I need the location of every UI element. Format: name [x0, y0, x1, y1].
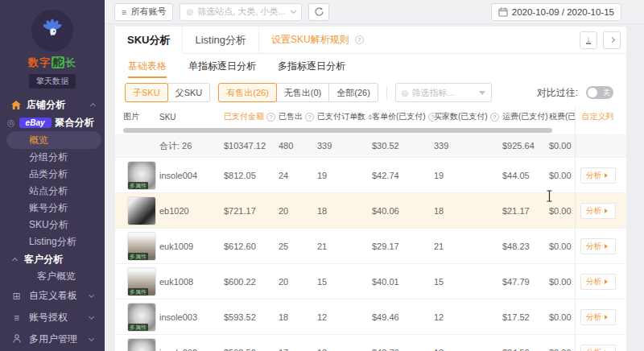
info-icon[interactable]: ? — [266, 113, 275, 122]
sidebar-item-account-authorization[interactable]: ≡ 账号授权 — [0, 307, 105, 328]
column-header-3[interactable]: 已支付金额? — [224, 111, 279, 122]
brand-part-2: 舵 — [52, 56, 64, 68]
table-cell: 21 — [434, 242, 502, 251]
column-header-4[interactable]: 已售出? — [279, 111, 317, 122]
horizontal-scrollbar[interactable] — [123, 128, 552, 133]
analyze-button[interactable]: 分析 — [580, 345, 616, 351]
analyze-button[interactable]: 分析 — [580, 203, 616, 219]
globe-icon: ◎ — [186, 7, 193, 16]
brand-subtitle-badge: 擎天数据 — [29, 74, 76, 89]
all-accounts-button[interactable]: ≡ 所有账号 — [114, 3, 173, 21]
sidebar-item-listing-analysis[interactable]: Listing分析 — [0, 233, 105, 250]
tab-listing-analysis[interactable]: Listing分析 — [183, 27, 259, 53]
refresh-button[interactable] — [308, 3, 329, 21]
caret-right-icon — [605, 209, 610, 213]
target-icon: ◎ — [7, 118, 15, 128]
table-cell: $24.50 — [502, 348, 549, 351]
table-cell: $0.00 — [549, 348, 575, 351]
analyze-label: 分析 — [586, 347, 602, 351]
subtab-multi-metric-daily[interactable]: 多指标逐日分析 — [278, 54, 345, 78]
image-cell: 多属性 — [123, 161, 159, 190]
table-cell: $612.60 — [224, 242, 279, 251]
column-header-label: 买家数(已支付) — [434, 111, 488, 122]
metric-filter-dropdown[interactable]: ◎ 筛选指标... — [395, 83, 492, 102]
table-cell: $0.00 — [549, 312, 575, 322]
scrollbar-row — [115, 126, 626, 134]
sidebar-item-multi-user[interactable]: 多用户管理 — [0, 328, 105, 350]
table-cell: $0.00 — [549, 242, 575, 251]
expand-button[interactable] — [603, 31, 621, 49]
sidebar-item-category-analysis[interactable]: 品类分析 — [0, 166, 105, 183]
unsold-filter[interactable]: 无售出(0) — [276, 83, 329, 102]
analyze-button[interactable]: 分析 — [580, 238, 616, 254]
compare-toggle[interactable]: 关 — [586, 86, 613, 99]
table-cell: $47.79 — [502, 277, 549, 287]
table-cell: 12 — [317, 312, 372, 322]
analyze-button[interactable]: 分析 — [580, 167, 616, 184]
sidebar-item-site-analysis[interactable]: 站点分析 — [0, 183, 105, 200]
table-cell: $568.50 — [224, 348, 279, 351]
tab-sku-analysis[interactable]: SKU分析 — [115, 27, 183, 54]
parent-sku-filter[interactable]: 父SKU — [167, 83, 211, 102]
subtab-bar: 基础表格 单指标逐日分析 多指标逐日分析 — [115, 54, 626, 78]
sku-type-segment: 子SKU 父SKU — [125, 83, 210, 102]
table-cell: $0.00 — [549, 277, 575, 287]
customize-columns-button[interactable]: 自定义列 — [575, 107, 620, 126]
analyze-button[interactable]: 分析 — [580, 309, 616, 325]
download-button[interactable]: ↓ — [580, 31, 597, 49]
info-icon[interactable]: ? — [428, 113, 434, 122]
all-filter[interactable]: 全部(26) — [328, 83, 378, 102]
sold-segment: 有售出(26) 无售出(0) 全部(26) — [218, 83, 378, 102]
text-cursor — [546, 190, 553, 202]
sidebar-group-customer-analysis[interactable]: 客户分析 — [0, 250, 105, 268]
summary-row: 合计: 26$10347.12480339$30.52339$925.64$0.… — [115, 134, 626, 157]
sidebar-item-custom-dashboard[interactable]: ⊞ 自定义看板 — [0, 285, 105, 307]
dashboard-icon: ⊞ — [11, 291, 22, 302]
table-cell: $812.05 — [224, 171, 279, 180]
table-cell: $0.00 — [549, 171, 575, 180]
action-cell: 分析 — [575, 158, 620, 192]
row-cells: 多属性insole004$812.052419$42.7419$44.05$0.… — [123, 158, 575, 192]
table-cell: 13 — [434, 348, 502, 351]
divider — [386, 86, 387, 99]
table-cell: 20 — [279, 277, 317, 287]
info-icon[interactable]: ? — [490, 113, 499, 122]
sku-cell: eb1020 — [159, 206, 224, 216]
sidebar-group-shop-analysis[interactable]: 店铺分析 — [0, 96, 105, 114]
chevron-down-icon — [291, 8, 296, 14]
sidebar-item-sku-analysis[interactable]: SKU分析 — [0, 217, 105, 233]
image-cell: 多属性 — [123, 303, 159, 332]
sold-filter[interactable]: 有售出(26) — [218, 83, 277, 102]
table-cell: 480 — [279, 141, 317, 151]
product-image: 多属性 — [127, 338, 156, 351]
subtab-single-metric-daily[interactable]: 单指标逐日分析 — [188, 54, 256, 78]
row-cells: 多属性euk1009$612.602521$29.1721$48.23$0.00 — [123, 229, 575, 263]
child-sku-filter[interactable]: 子SKU — [125, 83, 168, 102]
column-header-7[interactable]: 买家数(已支付)? — [434, 111, 502, 122]
column-header-9[interactable]: 税费(已支付) — [549, 111, 575, 122]
sidebar-item-ebay-aggregate[interactable]: ◎ eBay 聚合分析 — [0, 114, 105, 131]
help-icon: ? — [355, 35, 364, 44]
column-header-label: 已支付金额 — [224, 111, 264, 122]
analyze-button[interactable]: 分析 — [580, 274, 616, 290]
group-label: 客户分析 — [24, 253, 63, 266]
info-icon[interactable]: ? — [305, 113, 314, 122]
image-cell: 多属性 — [123, 232, 159, 261]
filter-icon — [479, 91, 485, 98]
sidebar-item-customer-overview[interactable]: 客户概览 — [0, 268, 105, 285]
column-header-8[interactable]: 运费(已支付) — [502, 111, 549, 122]
product-image: 多属性 — [127, 161, 156, 190]
sidebar-item-account-analysis[interactable]: 账号分析 — [0, 200, 105, 217]
column-header-label: SKU — [159, 113, 176, 122]
sidebar-item-group-analysis[interactable]: 分组分析 — [0, 149, 105, 166]
column-header-5[interactable]: 已支付订单数 — [317, 111, 372, 122]
sidebar: 数字舵长 擎天数据 店铺分析 ◎ eBay 聚合分析 概览 分组分析 品类分析 … — [0, 0, 105, 351]
site-filter-dropdown[interactable]: ◎ 筛选站点, 大类, 小类... — [180, 3, 302, 21]
date-range-button[interactable]: 2020-10-09 / 2020-10-15 — [491, 3, 621, 21]
sidebar-item-overview[interactable]: 概览 — [6, 131, 101, 149]
table-cell: 21 — [317, 242, 372, 251]
subtab-basic-table[interactable]: 基础表格 — [128, 54, 167, 78]
table-cell: 25 — [279, 242, 317, 251]
sku-rule-link[interactable]: 设置SKU解析规则 ? — [271, 27, 364, 53]
table-cell: 15 — [317, 277, 372, 287]
